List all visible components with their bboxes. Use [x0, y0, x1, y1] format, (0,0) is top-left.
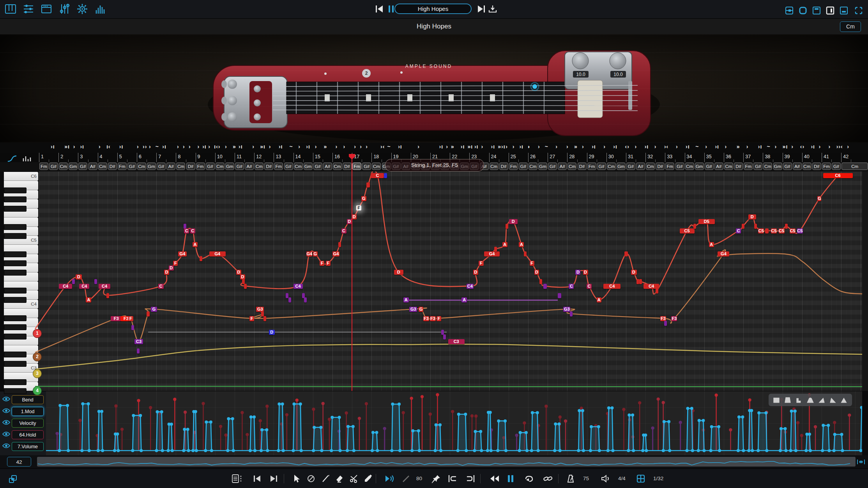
chord-chip[interactable]: D#: [264, 163, 273, 170]
chord-chip[interactable]: G#: [206, 163, 215, 170]
chord-chip[interactable]: Fm: [509, 163, 518, 170]
articulation-symbol[interactable]: ›: [819, 143, 821, 150]
articulation-symbol[interactable]: ›ı: [279, 143, 283, 150]
articulation-symbol[interactable]: »›ı: [498, 143, 505, 150]
chord-chip[interactable]: Cm: [176, 163, 185, 170]
flat-icon[interactable]: [772, 396, 781, 403]
lane-chip-64.Hold[interactable]: 64.Hold: [12, 430, 44, 439]
piano-black-key[interactable]: [4, 206, 27, 212]
articulation-symbol[interactable]: ›ı: [519, 143, 523, 150]
line-tool-icon[interactable]: [401, 474, 411, 483]
goto-prev-icon[interactable]: [253, 474, 262, 483]
articulation-symbol[interactable]: ›: [566, 143, 569, 150]
string-marker-4[interactable]: 4: [33, 386, 42, 395]
panel-bottom-icon[interactable]: [840, 5, 848, 16]
articulation-symbol[interactable]: ›: [99, 143, 101, 150]
chord-chip[interactable]: Gm: [773, 163, 782, 170]
piano-black-key[interactable]: [4, 324, 27, 330]
eye-icon[interactable]: [2, 420, 10, 426]
string-marker-3[interactable]: 3: [33, 369, 42, 378]
articulation-symbol[interactable]: ›: [315, 143, 317, 150]
articulation-symbol[interactable]: ~: [156, 143, 159, 150]
detach-window-icon[interactable]: [9, 475, 17, 483]
audition-icon[interactable]: [384, 474, 395, 483]
chord-chip[interactable]: A#: [714, 163, 723, 170]
amp-icon[interactable]: [41, 3, 52, 15]
eye-icon[interactable]: [2, 396, 10, 402]
articulation-symbol[interactable]: ›: [198, 143, 200, 150]
articulation-symbol[interactable]: ›: [555, 143, 558, 150]
articulation-symbol[interactable]: ›: [354, 143, 356, 150]
articulation-symbol[interactable]: ›ı: [119, 143, 124, 150]
articulation-symbol[interactable]: ›ı: [162, 143, 166, 150]
default-velocity-value[interactable]: 80: [416, 474, 422, 483]
articulation-symbol[interactable]: ~: [387, 143, 391, 150]
chord-chip[interactable]: Fm: [118, 163, 127, 170]
chord-chip[interactable]: Cm: [490, 163, 499, 170]
articulation-symbol[interactable]: ‹›: [625, 143, 629, 150]
piano-black-key[interactable]: [4, 224, 27, 230]
overview-minimap[interactable]: [37, 457, 856, 467]
articulation-symbol[interactable]: »: [574, 143, 578, 150]
articulation-symbol[interactable]: ›: [538, 143, 540, 150]
articulation-symbol[interactable]: ›ı: [811, 143, 815, 150]
chord-chip[interactable]: G#: [597, 163, 606, 170]
articulation-symbol[interactable]: ›: [513, 143, 515, 150]
transport-prev-button[interactable]: [375, 5, 384, 13]
chord-chip[interactable]: G#: [783, 163, 792, 170]
articulation-symbol[interactable]: ›‹: [664, 143, 668, 150]
eraser-tool-icon[interactable]: [335, 474, 345, 483]
articulation-symbol[interactable]: ◗: [527, 143, 530, 150]
articulation-symbol[interactable]: ı‹›: [214, 143, 220, 150]
articulation-symbol[interactable]: ›: [366, 143, 368, 150]
piano-keyboard[interactable]: C6C5C4C31234: [3, 172, 39, 391]
articulation-symbol[interactable]: »ı: [783, 143, 788, 150]
note-grid[interactable]: [39, 172, 862, 391]
chord-chip[interactable]: G#: [235, 163, 244, 170]
panel-top-icon[interactable]: [812, 5, 821, 16]
articulation-symbol[interactable]: ›: [360, 143, 362, 150]
chord-chip[interactable]: Cm: [333, 163, 342, 170]
articulation-symbol[interactable]: ‹›: [800, 143, 804, 150]
chord-chip[interactable]: Cm: [216, 163, 225, 170]
chord-chip[interactable]: Cm: [724, 163, 733, 170]
articulation-symbol[interactable]: ›: [225, 143, 227, 150]
articulation-symbol[interactable]: ı‹: [106, 143, 111, 150]
articulation-symbol[interactable]: ›: [208, 143, 210, 150]
articulation-symbol[interactable]: ›ı: [686, 143, 690, 150]
snap-grid-icon[interactable]: [636, 474, 645, 483]
piano-black-key[interactable]: [4, 361, 27, 367]
ramp-down-icon[interactable]: [829, 396, 837, 403]
chord-chip[interactable]: A#: [793, 163, 802, 170]
chord-chip[interactable]: Gm: [617, 163, 626, 170]
pin-icon[interactable]: [432, 474, 441, 483]
chord-chip[interactable]: Cm: [255, 163, 263, 170]
chord-chip[interactable]: G#: [78, 163, 87, 170]
chord-chip[interactable]: Fm: [822, 163, 831, 170]
stats-icon[interactable]: [94, 3, 106, 15]
piano-black-key[interactable]: [4, 260, 27, 266]
chord-chip[interactable]: D#: [734, 163, 743, 170]
keyboard-icon[interactable]: [5, 3, 16, 15]
articulation-symbol[interactable]: ~: [290, 143, 293, 150]
scissors-tool-icon[interactable]: [349, 474, 359, 483]
chord-chip[interactable]: Fm: [39, 163, 48, 170]
chord-chip[interactable]: G#: [832, 163, 841, 170]
chord-chip[interactable]: A#: [558, 163, 567, 170]
articulation-symbol[interactable]: »: [324, 143, 327, 150]
chord-chip[interactable]: A#: [323, 163, 332, 170]
chord-chip[interactable]: D#: [499, 163, 508, 170]
settings-icon[interactable]: [76, 3, 88, 15]
articulation-symbol[interactable]: ›: [775, 143, 777, 150]
lane-chip-Bend[interactable]: Bend: [12, 395, 44, 404]
chord-chip[interactable]: D#: [343, 163, 352, 170]
chord-chip[interactable]: Cm: [98, 163, 107, 170]
piano-black-key[interactable]: [4, 251, 27, 257]
chord-chip[interactable]: A#: [245, 163, 254, 170]
goto-next-icon[interactable]: [269, 474, 278, 483]
articulation-symbol[interactable]: ›: [137, 143, 139, 150]
piano-black-key[interactable]: [4, 196, 27, 202]
mute-tool-icon[interactable]: [306, 474, 316, 483]
panel-right-icon[interactable]: [826, 5, 834, 16]
articulation-symbol[interactable]: ›: [791, 143, 794, 150]
